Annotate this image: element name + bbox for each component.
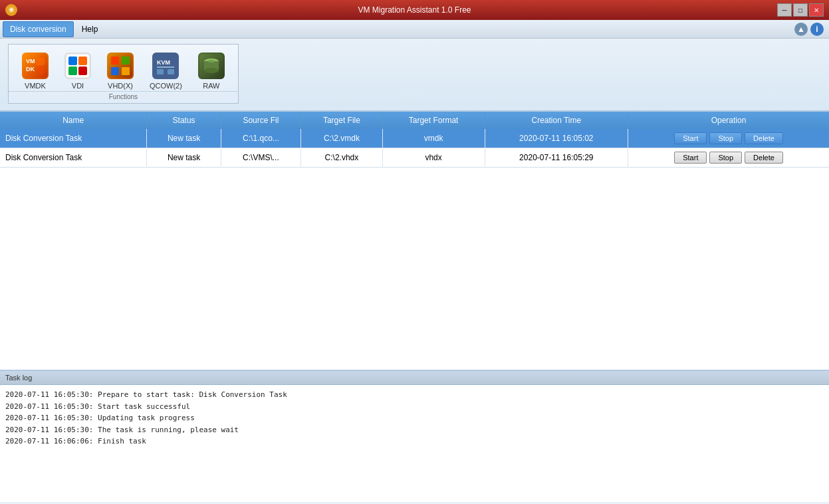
row2-ops: Start Stop Delete <box>628 148 829 168</box>
col-name: Name <box>0 112 147 129</box>
svg-rect-9 <box>78 66 87 75</box>
log-area: Task log 2020-07-11 16:05:30: Prepare to… <box>0 371 829 504</box>
col-format: Target Format <box>382 112 485 129</box>
svg-rect-18 <box>157 69 164 74</box>
row2-start-button[interactable]: Start <box>674 152 707 164</box>
col-source: Source Fil <box>221 112 300 129</box>
col-status: Status <box>147 112 221 129</box>
table-header-row: Name Status Source Fil Target File Targe… <box>0 112 829 129</box>
row2-target: C:\2.vhdx <box>301 148 383 168</box>
row2-status: New task <box>147 148 221 168</box>
log-entry: 2020-07-11 16:05:30: Prepare to start ta… <box>5 389 824 401</box>
row2-source: C:\VMS\... <box>221 148 300 168</box>
svg-rect-7 <box>78 57 87 65</box>
svg-rect-11 <box>111 57 119 64</box>
row1-target: C:\2.vmdk <box>301 129 383 148</box>
vhd-icon <box>107 53 134 79</box>
table-area: Name Status Source Fil Target File Targe… <box>0 112 829 371</box>
vmdk-icon: VM DK <box>22 53 49 79</box>
toolbar-group-label: Functions <box>9 91 238 100</box>
log-entry: 2020-07-11 16:05:30: Updating task progr… <box>5 412 824 424</box>
svg-point-24 <box>208 60 215 63</box>
col-target: Target File <box>301 112 383 129</box>
svg-rect-12 <box>122 57 130 64</box>
close-button[interactable]: ✕ <box>809 3 824 17</box>
vdi-label: VDI <box>72 82 84 90</box>
row1-stop-button[interactable]: Stop <box>709 132 742 144</box>
app-icon: ☀ <box>5 4 17 16</box>
table-row[interactable]: Disk Conversion Task New task C:\1.qco..… <box>0 129 829 148</box>
title-bar-controls: ─ □ ✕ <box>777 3 824 17</box>
menu-item-disk-conversion[interactable]: Disk conversion <box>3 21 74 37</box>
row1-ops: Start Stop Delete <box>628 129 829 148</box>
tasks-table: Name Status Source Fil Target File Targe… <box>0 112 829 168</box>
svg-rect-19 <box>168 69 174 74</box>
svg-point-3 <box>36 57 45 66</box>
row1-creation: 2020-07-11 16:05:02 <box>485 129 628 148</box>
raw-icon <box>198 53 225 79</box>
svg-rect-6 <box>68 57 77 65</box>
svg-rect-13 <box>111 67 119 75</box>
row1-format: vmdk <box>382 129 485 148</box>
toolbar-btn-vhd[interactable]: VHD(X) <box>102 50 139 92</box>
info-icon[interactable]: i <box>810 23 824 36</box>
vmdk-label: VMDK <box>25 82 46 90</box>
row1-delete-button[interactable]: Delete <box>745 132 783 144</box>
row2-delete-button[interactable]: Delete <box>745 152 783 164</box>
minimize-button[interactable]: ─ <box>777 3 792 17</box>
maximize-button[interactable]: □ <box>793 3 808 17</box>
log-content[interactable]: 2020-07-11 16:05:30: Prepare to start ta… <box>0 385 829 502</box>
table-row[interactable]: Disk Conversion Task New task C:\VMS\...… <box>0 148 829 168</box>
toolbar-buttons: VM DK VMDK <box>17 50 230 92</box>
col-creation: Creation Time <box>485 112 628 129</box>
toolbar-btn-qcow[interactable]: KVM QCOW(2) <box>144 50 187 92</box>
vdi-icon <box>64 53 91 79</box>
log-header: Task log <box>0 371 829 385</box>
toolbar-btn-raw[interactable]: RAW <box>193 50 230 92</box>
col-operation: Operation <box>628 112 829 129</box>
toolbar: VM DK VMDK <box>0 39 829 112</box>
toolbar-btn-vmdk[interactable]: VM DK VMDK <box>17 50 54 92</box>
svg-text:DK: DK <box>26 66 35 72</box>
row1-start-button[interactable]: Start <box>674 132 707 144</box>
row2-format: vhdx <box>382 148 485 168</box>
header-icons: ▲ i <box>794 23 826 36</box>
svg-rect-14 <box>122 67 130 75</box>
svg-rect-8 <box>68 66 77 75</box>
menu-item-help[interactable]: Help <box>75 22 105 37</box>
row1-source: C:\1.qco... <box>221 129 300 148</box>
svg-point-4 <box>36 65 45 74</box>
row2-stop-button[interactable]: Stop <box>709 152 742 164</box>
log-entry: 2020-07-11 16:06:06: Finish task <box>5 436 824 447</box>
toolbar-btn-vdi[interactable]: VDI <box>59 50 96 92</box>
svg-text:VM: VM <box>26 58 35 64</box>
row2-name: Disk Conversion Task <box>0 148 147 168</box>
svg-text:KVM: KVM <box>157 59 170 66</box>
title-bar: ☀ VM Migration Assistant 1.0 Free ─ □ ✕ <box>0 0 829 20</box>
raw-label: RAW <box>203 82 219 90</box>
vhd-label: VHD(X) <box>108 82 133 90</box>
svg-rect-17 <box>157 66 174 68</box>
log-entry: 2020-07-11 16:05:30: Start task successf… <box>5 401 824 413</box>
title-bar-text: VM Migration Assistant 1.0 Free <box>358 5 471 15</box>
toolbar-group-functions: VM DK VMDK <box>8 44 239 104</box>
row1-status: New task <box>147 129 221 148</box>
content-area: Name Status Source Fil Target File Targe… <box>0 112 829 504</box>
qcow-label: QCOW(2) <box>150 82 182 90</box>
row1-name: Disk Conversion Task <box>0 129 147 148</box>
qcow-icon: KVM <box>152 53 179 79</box>
log-entry: 2020-07-11 16:05:30: The task is running… <box>5 424 824 436</box>
scroll-up-icon[interactable]: ▲ <box>794 23 808 36</box>
menu-bar: Disk conversion Help ▲ i <box>0 20 829 39</box>
row2-creation: 2020-07-11 16:05:29 <box>485 148 628 168</box>
svg-point-23 <box>204 68 219 73</box>
